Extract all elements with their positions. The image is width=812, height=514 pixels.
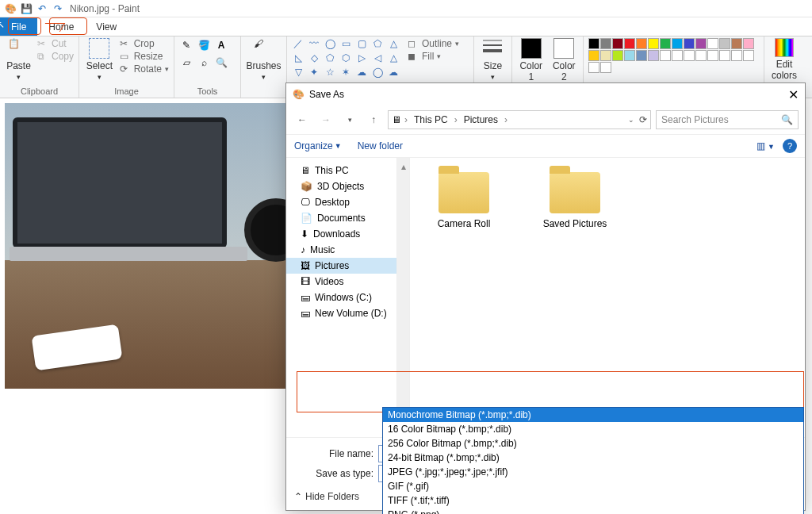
shape-arrowr-icon[interactable]: ▷ bbox=[355, 52, 368, 63]
color-swatch[interactable] bbox=[660, 38, 671, 49]
color-swatch[interactable] bbox=[684, 50, 695, 61]
color-swatch[interactable] bbox=[612, 50, 623, 61]
menu-file[interactable]: ↖ File bbox=[0, 17, 37, 36]
color-swatch[interactable] bbox=[588, 38, 599, 49]
color-swatch[interactable] bbox=[731, 50, 742, 61]
shape-rect-icon[interactable]: ▭ bbox=[339, 38, 352, 49]
nav-up-button[interactable]: ↑ bbox=[364, 110, 383, 129]
shape-hex-icon[interactable]: ⬡ bbox=[339, 52, 352, 63]
tree-item[interactable]: 📄Documents bbox=[286, 210, 396, 226]
shape-arrowd-icon[interactable]: ▽ bbox=[292, 67, 304, 78]
address-history-icon[interactable]: ⌄ bbox=[628, 116, 634, 124]
filetype-option[interactable]: JPEG (*.jpg;*.jpeg;*.jpe;*.jfif) bbox=[383, 465, 803, 479]
brushes-button[interactable]: 🖌 Brushes ▾ bbox=[246, 38, 282, 81]
color-swatch[interactable] bbox=[672, 50, 683, 61]
eraser-tool[interactable]: ▱ bbox=[179, 56, 193, 70]
refresh-icon[interactable]: ⟳ bbox=[639, 114, 647, 125]
tree-item[interactable]: 🖵Desktop bbox=[286, 194, 396, 210]
color-swatch[interactable] bbox=[588, 50, 599, 61]
color-swatch[interactable] bbox=[600, 38, 611, 49]
color-swatch[interactable] bbox=[707, 50, 718, 61]
tree-item[interactable]: ⬇Downloads bbox=[286, 226, 396, 242]
shape-roundrect-icon[interactable]: ▢ bbox=[355, 38, 368, 49]
shape-oval-icon[interactable]: ◯ bbox=[324, 38, 336, 49]
color-swatch[interactable] bbox=[636, 38, 647, 49]
tree-scrollbar[interactable]: ▴ bbox=[397, 158, 410, 437]
shape-arrowl-icon[interactable]: ◁ bbox=[371, 52, 384, 63]
color-swatch[interactable] bbox=[684, 38, 695, 49]
text-tool[interactable]: A bbox=[214, 38, 228, 52]
color-swatch[interactable] bbox=[612, 38, 623, 49]
tree-item[interactable]: 🎞Videos bbox=[286, 274, 396, 290]
tree-item[interactable]: 🖴Windows (C:) bbox=[286, 290, 396, 305]
color2-button[interactable]: Color 2 bbox=[550, 38, 579, 82]
undo-icon[interactable]: ↶ bbox=[35, 2, 49, 16]
folder-item[interactable]: Camera Roll bbox=[424, 172, 504, 229]
color-swatch[interactable] bbox=[624, 50, 635, 61]
crumb-pictures[interactable]: Pictures bbox=[461, 114, 501, 125]
crop-button[interactable]: ✂Crop bbox=[120, 38, 169, 49]
magnifier-tool[interactable]: 🔍 bbox=[214, 56, 228, 70]
save-icon[interactable]: 💾 bbox=[19, 2, 33, 16]
color-swatch[interactable] bbox=[624, 38, 635, 49]
fill-tool[interactable]: 🪣 bbox=[197, 38, 211, 52]
menu-home[interactable]: Home bbox=[37, 17, 85, 36]
color-swatch[interactable] bbox=[707, 38, 718, 49]
color-swatch[interactable] bbox=[636, 50, 647, 61]
filetype-option[interactable]: 16 Color Bitmap (*.bmp;*.dib) bbox=[383, 422, 803, 436]
filetype-option[interactable]: Monochrome Bitmap (*.bmp;*.dib) bbox=[383, 408, 803, 422]
filetype-option[interactable]: TIFF (*.tif;*.tiff) bbox=[383, 493, 803, 508]
filetype-option[interactable]: 256 Color Bitmap (*.bmp;*.dib) bbox=[383, 436, 803, 451]
outline-button[interactable]: ◻Outline ▾ bbox=[408, 38, 459, 49]
view-options-button[interactable]: ▥ ▼ bbox=[756, 140, 775, 152]
tree-item[interactable]: 🖴New Volume (D:) bbox=[286, 305, 396, 321]
color-swatch[interactable] bbox=[660, 50, 671, 61]
shape-poly-icon[interactable]: ⬠ bbox=[371, 38, 384, 49]
shapes-gallery[interactable]: ／ 〰 ◯ ▭ ▢ ⬠ △ ◺ ◇ ⬠ ⬡ ▷ ◁ △ ▽ ✦ ☆ ✶ ☁ ◯ bbox=[292, 38, 403, 81]
color-swatch[interactable] bbox=[600, 62, 611, 73]
color-swatch[interactable] bbox=[600, 50, 611, 61]
color-swatch[interactable] bbox=[648, 38, 659, 49]
shape-diamond-icon[interactable]: ◇ bbox=[308, 52, 320, 63]
tree-item[interactable]: 🖥This PC bbox=[286, 163, 396, 178]
filetype-option[interactable]: 24-bit Bitmap (*.bmp;*.dib) bbox=[383, 451, 803, 465]
shape-5star-icon[interactable]: ☆ bbox=[324, 67, 336, 78]
color-swatch[interactable] bbox=[672, 38, 683, 49]
shape-arrowu-icon[interactable]: △ bbox=[387, 52, 400, 63]
pencil-tool[interactable]: ✎ bbox=[179, 38, 193, 52]
rotate-button[interactable]: ⟳Rotate ▾ bbox=[120, 63, 169, 75]
tree-item[interactable]: ♪Music bbox=[286, 242, 396, 258]
color-swatch[interactable] bbox=[695, 50, 707, 61]
size-button[interactable]: Size ▾ bbox=[479, 38, 507, 81]
cut-button[interactable]: ✂Cut bbox=[37, 38, 74, 49]
nav-recent-button[interactable]: ▾ bbox=[340, 110, 359, 129]
nav-forward-button[interactable]: → bbox=[316, 110, 335, 129]
shape-pent-icon[interactable]: ⬠ bbox=[324, 52, 336, 63]
folder-item[interactable]: Saved Pictures bbox=[535, 172, 615, 229]
file-list[interactable]: Camera RollSaved Pictures bbox=[410, 158, 805, 437]
select-button[interactable]: Select ▾ bbox=[84, 38, 115, 81]
shape-rtri-icon[interactable]: ◺ bbox=[292, 52, 304, 63]
shape-tri-icon[interactable]: △ bbox=[387, 38, 400, 49]
copy-button[interactable]: ⧉Copy bbox=[37, 51, 74, 62]
fill-button[interactable]: ◼Fill ▾ bbox=[408, 51, 459, 62]
color-swatch[interactable] bbox=[588, 62, 599, 73]
shape-ovalcall-icon[interactable]: ◯ bbox=[371, 67, 384, 78]
nav-back-button[interactable]: ← bbox=[293, 110, 312, 129]
shape-4star-icon[interactable]: ✦ bbox=[308, 67, 320, 78]
color-swatch[interactable] bbox=[695, 38, 707, 49]
color-swatch[interactable] bbox=[648, 50, 659, 61]
color-swatch[interactable] bbox=[743, 50, 754, 61]
color-swatch[interactable] bbox=[719, 50, 730, 61]
redo-icon[interactable]: ↷ bbox=[51, 2, 65, 16]
paste-button[interactable]: 📋 Paste ▾ bbox=[5, 38, 33, 81]
color-swatch[interactable] bbox=[731, 38, 742, 49]
edit-colors-button[interactable]: Edit colors bbox=[769, 38, 799, 81]
picker-tool[interactable]: ⌕ bbox=[197, 56, 211, 70]
resize-button[interactable]: ▭Resize bbox=[120, 51, 169, 62]
filetype-option[interactable]: PNG (*.png) bbox=[383, 508, 803, 514]
tree-item[interactable]: 🖼Pictures bbox=[286, 258, 396, 274]
search-input[interactable]: Search Pictures 🔍 bbox=[656, 110, 799, 129]
tree-item[interactable]: 📦3D Objects bbox=[286, 178, 396, 194]
menu-view[interactable]: View bbox=[85, 17, 128, 36]
